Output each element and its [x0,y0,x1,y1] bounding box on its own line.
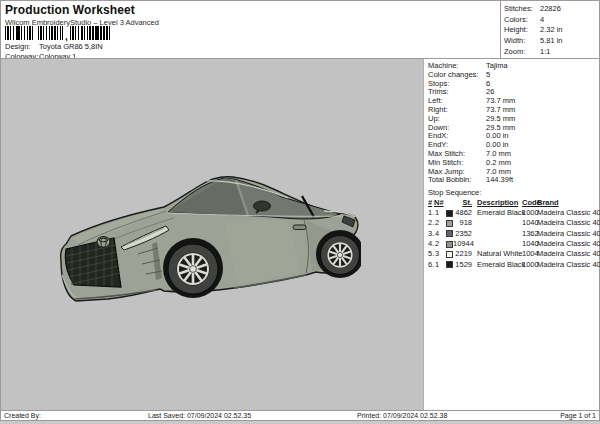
door-handle [293,225,306,230]
barcode-separator: , [63,34,70,40]
design-name-row: Design:Toyota GR86 5,8IN [5,42,103,51]
design-preview-canvas [1,59,424,410]
info-row: Total Bobbin:144.39ft [428,176,599,185]
stop-sequence-table: # N# St. Description Code Brand 1.14862E… [425,198,599,270]
info-row: Down:29.5 mm [428,124,599,133]
footer-bar: Created By: Last Saved: 07/09/2024 02.52… [1,412,599,421]
car-embroidery-artwork [56,168,361,308]
thread-color-swatch [446,261,453,268]
summary-row: Colors:4 [504,15,600,26]
info-row: Color changes:5 [428,71,599,80]
page-title: Production Worksheet [5,3,135,17]
page-number: Page 1 of 1 [560,412,596,419]
thread-color-swatch [446,220,453,227]
worksheet-page: Production Worksheet Wilcom EmbroiderySt… [0,0,600,421]
table-row: 3.423521362Madeira Classic 40 [425,229,599,239]
printed-label: Printed: 07/09/2024 02.52.38 [357,412,447,419]
thread-color-swatch [446,251,453,258]
thread-color-swatch [446,241,453,248]
barcode-bars-icon [70,26,112,40]
barcode-bars-icon [5,26,63,40]
design-summary-box: Stitches:22826 Colors:4 Height:2.32 in W… [500,1,600,58]
info-row: Stops:6 [428,80,599,89]
design-value: Toyota GR86 5,8IN [39,42,103,51]
machine-info-panel: Machine:Tajima Color changes:5 Stops:6 T… [425,59,599,410]
info-row: EndX:0.00 in [428,132,599,141]
rear-wheel [321,236,360,275]
production-worksheet-screen: { "header": { "title": "Production Works… [0,0,600,424]
table-row: 6.11529Emerald Black1000Madeira Classic … [425,260,599,270]
stop-sequence-header: # N# St. Description Code Brand [425,198,599,208]
design-barcode: , [5,26,112,40]
toyota-badge [97,237,110,248]
summary-row: Zoom:1:1 [504,47,600,58]
summary-row: Height:2.32 in [504,25,600,36]
table-row: 4.2109441040Madeira Classic 40 [425,239,599,249]
summary-row: Width:5.81 in [504,36,600,47]
front-wheel [168,244,218,294]
table-row: 2.29181040Madeira Classic 40 [425,218,599,228]
thread-color-swatch [446,210,453,217]
created-by-label: Created By: [4,412,41,419]
machine-info-list: Machine:Tajima Color changes:5 Stops:6 T… [425,59,599,185]
design-label: Design: [5,42,39,51]
thread-color-swatch [446,230,453,237]
summary-row: Stitches:22826 [504,4,600,15]
table-row: 1.14862Emerald Black1000Madeira Classic … [425,208,599,218]
stop-sequence-title: Stop Sequence: [425,188,599,197]
table-row: 5.32219Natural White1004Madeira Classic … [425,249,599,259]
last-saved-label: Last Saved: 07/09/2024 02.52.35 [148,412,251,419]
